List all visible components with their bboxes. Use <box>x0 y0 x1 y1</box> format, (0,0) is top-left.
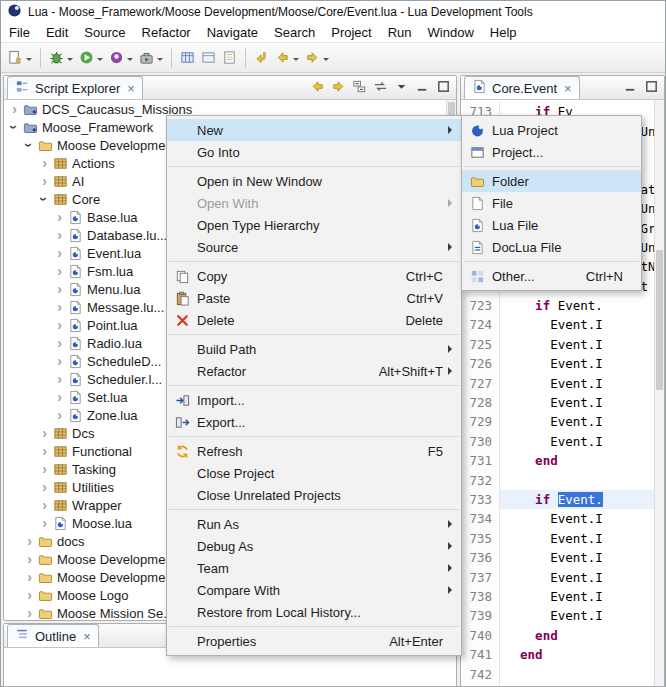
debug-button[interactable] <box>46 46 76 70</box>
code-text[interactable]: Event.I <box>500 434 603 449</box>
code-line-743[interactable]: 743 if Event.ta <box>462 684 654 686</box>
collapsed-arrow-icon[interactable]: › <box>38 174 51 188</box>
menubar-item-refactor[interactable]: Refactor <box>134 24 199 41</box>
new-wizard-button[interactable] <box>5 46 35 70</box>
minimize-icon[interactable] <box>414 78 431 95</box>
collapsed-arrow-icon[interactable]: › <box>53 318 66 332</box>
new-submenu-item-lua-project[interactable]: Lua Project <box>462 119 641 141</box>
close-icon[interactable]: × <box>127 82 135 95</box>
context-menu-item-export[interactable]: Export... <box>167 411 461 433</box>
run-button[interactable] <box>76 46 106 70</box>
collapsed-arrow-icon[interactable]: › <box>23 588 36 602</box>
open-type-button[interactable] <box>177 46 198 70</box>
collapsed-arrow-icon[interactable]: › <box>53 354 66 368</box>
back-icon[interactable] <box>309 78 326 95</box>
new-submenu-item-file[interactable]: File <box>462 192 641 214</box>
context-menu-item-open-with[interactable]: Open With <box>167 192 461 214</box>
collapsed-arrow-icon[interactable]: › <box>53 390 66 404</box>
tab-core-event[interactable]: Core.Event × <box>464 76 580 99</box>
context-menu-item-run-as[interactable]: Run As <box>167 513 461 535</box>
context-menu-item-restore-from-local-history[interactable]: Restore from Local History... <box>167 601 461 623</box>
context-menu-item-refactor[interactable]: RefactorAlt+Shift+T <box>167 360 461 382</box>
mark-occurrences-button[interactable] <box>219 46 240 70</box>
context-menu-item-close-unrelated-projects[interactable]: Close Unrelated Projects <box>167 484 461 506</box>
collapsed-arrow-icon[interactable]: › <box>53 336 66 350</box>
tab-outline[interactable]: Outline × <box>7 624 99 647</box>
collapsed-arrow-icon[interactable]: › <box>23 534 36 548</box>
external-tools-button[interactable] <box>136 46 166 70</box>
last-edit-location-button[interactable] <box>251 46 272 70</box>
collapsed-arrow-icon[interactable]: › <box>38 498 51 512</box>
context-menu-item-open-type-hierarchy[interactable]: Open Type Hierarchy <box>167 214 461 236</box>
expanded-arrow-icon[interactable]: › <box>23 138 36 152</box>
context-menu-item-go-into[interactable]: Go Into <box>167 141 461 163</box>
context-menu-item-delete[interactable]: DeleteDelete <box>167 309 461 331</box>
context-menu-item-properties[interactable]: PropertiesAlt+Enter <box>167 630 461 652</box>
collapsed-arrow-icon[interactable]: › <box>53 408 66 422</box>
code-text[interactable]: Event.I <box>500 608 603 623</box>
maximize-icon[interactable] <box>643 78 660 95</box>
context-menu-item-debug-as[interactable]: Debug As <box>167 535 461 557</box>
collapsed-arrow-icon[interactable]: › <box>38 156 51 170</box>
code-text[interactable]: end <box>500 453 558 468</box>
menubar-item-window[interactable]: Window <box>420 24 482 41</box>
link-with-editor-icon[interactable] <box>372 78 389 95</box>
collapsed-arrow-icon[interactable]: › <box>53 282 66 296</box>
code-text[interactable]: Event.I <box>500 589 603 604</box>
close-icon[interactable]: × <box>83 630 91 643</box>
context-menu-item-import[interactable]: Import... <box>167 389 461 411</box>
tab-script-explorer[interactable]: Script Explorer × <box>7 76 143 99</box>
code-line-734[interactable]: 734 Event.I <box>462 509 654 528</box>
expanded-arrow-icon[interactable]: › <box>8 120 21 134</box>
code-text[interactable]: end <box>500 647 543 662</box>
collapsed-arrow-icon[interactable]: › <box>53 264 66 278</box>
code-text[interactable]: Event.I <box>500 376 603 391</box>
editor-scrollbar-thumb[interactable] <box>656 250 663 390</box>
profile-button[interactable] <box>106 46 136 70</box>
code-line-729[interactable]: 729 Event.I <box>462 412 654 431</box>
code-text[interactable]: if Event. <box>500 492 603 507</box>
collapsed-arrow-icon[interactable]: › <box>53 300 66 314</box>
menubar-item-project[interactable]: Project <box>323 24 379 41</box>
collapsed-arrow-icon[interactable]: › <box>23 552 36 566</box>
menubar-item-navigate[interactable]: Navigate <box>199 24 266 41</box>
collapsed-arrow-icon[interactable]: › <box>53 246 66 260</box>
code-line-738[interactable]: 738 Event.I <box>462 587 654 606</box>
menubar-item-help[interactable]: Help <box>482 24 525 41</box>
forward-icon[interactable] <box>330 78 347 95</box>
code-line-736[interactable]: 736 Event.I <box>462 548 654 567</box>
code-line-739[interactable]: 739 Event.I <box>462 606 654 625</box>
code-line-727[interactable]: 727 Event.I <box>462 373 654 392</box>
collapsed-arrow-icon[interactable]: › <box>53 210 66 224</box>
code-line-731[interactable]: 731 end <box>462 451 654 470</box>
code-line-723[interactable]: 723 if Event. <box>462 296 654 315</box>
code-text[interactable]: Event.I <box>500 356 603 371</box>
code-line-724[interactable]: 724 Event.I <box>462 315 654 334</box>
code-text[interactable]: Event.I <box>500 317 603 332</box>
code-line-725[interactable]: 725 Event.I <box>462 335 654 354</box>
menubar-item-file[interactable]: File <box>1 24 38 41</box>
new-submenu-item-other[interactable]: Other...Ctrl+N <box>462 265 641 287</box>
code-line-733[interactable]: 733 if Event. <box>462 490 654 509</box>
collapsed-arrow-icon[interactable]: › <box>38 426 51 440</box>
context-menu-item-compare-with[interactable]: Compare With <box>167 579 461 601</box>
open-resource-button[interactable] <box>198 46 219 70</box>
context-menu-item-new[interactable]: New <box>167 119 461 141</box>
code-line-741[interactable]: 741 end <box>462 645 654 664</box>
menubar-item-search[interactable]: Search <box>266 24 323 41</box>
code-text[interactable]: Event.I <box>500 550 603 565</box>
menubar-item-run[interactable]: Run <box>380 24 420 41</box>
code-line-742[interactable]: 742 <box>462 664 654 683</box>
context-menu-item-source[interactable]: Source <box>167 236 461 258</box>
context-menu-item-paste[interactable]: PasteCtrl+V <box>167 287 461 309</box>
forward-button[interactable] <box>302 46 332 70</box>
code-text[interactable]: Event.I <box>500 414 603 429</box>
new-submenu-item-folder[interactable]: Folder <box>462 170 641 192</box>
collapsed-arrow-icon[interactable]: › <box>38 462 51 476</box>
new-submenu-item-lua-file[interactable]: Lua File <box>462 214 641 236</box>
collapsed-arrow-icon[interactable]: › <box>38 516 51 530</box>
code-text[interactable]: Event.I <box>500 395 603 410</box>
context-menu-item-refresh[interactable]: RefreshF5 <box>167 440 461 462</box>
code-text[interactable]: Event.I <box>500 511 603 526</box>
code-text[interactable]: Event.I <box>500 531 603 546</box>
